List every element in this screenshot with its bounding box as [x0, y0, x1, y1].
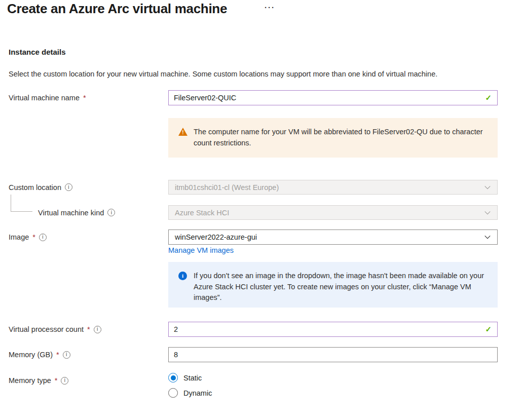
- memory-type-option-dynamic[interactable]: Dynamic: [168, 388, 212, 398]
- manage-vm-images-link[interactable]: Manage VM images: [168, 246, 234, 254]
- image-label-text: Image: [9, 233, 29, 241]
- memory-type-label: Memory type * i: [9, 375, 68, 386]
- memory-input[interactable]: [168, 347, 498, 362]
- warning-icon-glyph: !: [182, 129, 183, 136]
- required-marker: *: [87, 325, 90, 333]
- image-info-banner: i If you don't see an image in the dropd…: [168, 262, 498, 308]
- info-icon[interactable]: i: [107, 209, 115, 216]
- section-heading-instance-details: Instance details: [9, 48, 66, 56]
- memory-control: [168, 347, 498, 362]
- vm-kind-value: Azure Stack HCI: [175, 209, 229, 217]
- required-marker: *: [55, 376, 58, 385]
- radio-label-dynamic: Dynamic: [183, 389, 212, 397]
- custom-location-control: itmb01cshci01-cl (West Europe): [168, 180, 498, 195]
- custom-location-value: itmb01cshci01-cl (West Europe): [175, 183, 279, 192]
- chevron-down-icon: [484, 209, 491, 216]
- info-filled-icon-glyph: i: [182, 273, 183, 279]
- custom-location-label-text: Custom location: [9, 183, 61, 192]
- info-icon-glyph: i: [68, 185, 69, 190]
- info-icon-glyph: i: [42, 235, 43, 240]
- vm-name-label: Virtual machine name *: [9, 90, 86, 105]
- memory-label: Memory (GB) * i: [9, 347, 70, 362]
- info-icon[interactable]: i: [39, 234, 47, 241]
- custom-location-label: Custom location i: [9, 180, 72, 195]
- info-icon[interactable]: i: [65, 183, 72, 191]
- radio-selected-icon: [168, 373, 178, 383]
- vm-kind-control: Azure Stack HCI: [168, 205, 498, 220]
- section-description: Select the custom location for your new …: [9, 70, 505, 78]
- memory-type-option-static[interactable]: Static: [168, 372, 212, 383]
- info-icon[interactable]: i: [61, 377, 68, 385]
- info-filled-icon: i: [178, 272, 187, 280]
- vcpu-input[interactable]: [168, 322, 498, 337]
- vm-name-input[interactable]: [168, 90, 498, 105]
- custom-location-dropdown: itmb01cshci01-cl (West Europe): [168, 180, 498, 195]
- memory-label-text: Memory (GB): [9, 351, 53, 359]
- image-label: Image * i: [9, 230, 47, 245]
- image-dropdown[interactable]: winServer2022-azure-gui: [168, 230, 498, 245]
- chevron-down-icon: [484, 234, 491, 241]
- page-title: Create an Azure Arc virtual machine: [7, 1, 227, 17]
- vcpu-control: ✓: [168, 322, 498, 337]
- valid-check-icon: ✓: [485, 325, 492, 334]
- vm-name-control: ✓: [168, 90, 498, 105]
- tree-connector-line: [11, 195, 32, 212]
- info-icon-glyph: i: [111, 210, 112, 215]
- valid-check-icon: ✓: [485, 93, 492, 102]
- more-options-button[interactable]: ···: [265, 3, 275, 12]
- radio-label-static: Static: [183, 374, 202, 382]
- vm-name-label-text: Virtual machine name: [9, 94, 80, 102]
- vcpu-label: Virtual processor count * i: [9, 322, 101, 337]
- required-marker: *: [32, 233, 35, 241]
- vm-name-warning-text: The computer name for your VM will be ab…: [194, 128, 483, 147]
- warning-icon: !: [178, 128, 188, 136]
- required-marker: *: [83, 94, 86, 102]
- memory-type-radio-group: Static Dynamic: [168, 372, 212, 403]
- chevron-down-icon: [484, 184, 491, 191]
- memory-type-label-text: Memory type: [9, 376, 51, 385]
- required-marker: *: [56, 351, 59, 359]
- vm-kind-label: Virtual machine kind i: [38, 205, 115, 220]
- vm-name-warning-banner: ! The computer name for your VM will be …: [168, 118, 498, 158]
- vm-kind-dropdown: Azure Stack HCI: [168, 205, 498, 220]
- vm-kind-label-text: Virtual machine kind: [38, 209, 104, 217]
- info-icon-glyph: i: [66, 352, 67, 357]
- image-info-text: If you don't see an image in the dropdow…: [194, 272, 484, 301]
- vcpu-label-text: Virtual processor count: [9, 325, 84, 333]
- info-icon-glyph: i: [64, 378, 65, 383]
- image-control: winServer2022-azure-gui: [168, 230, 498, 245]
- info-icon[interactable]: i: [94, 326, 101, 333]
- create-arc-vm-page: Create an Azure Arc virtual machine ··· …: [0, 0, 524, 420]
- info-icon[interactable]: i: [63, 351, 70, 359]
- info-icon-glyph: i: [97, 327, 98, 332]
- image-value: winServer2022-azure-gui: [175, 233, 257, 241]
- radio-unselected-icon: [168, 388, 178, 398]
